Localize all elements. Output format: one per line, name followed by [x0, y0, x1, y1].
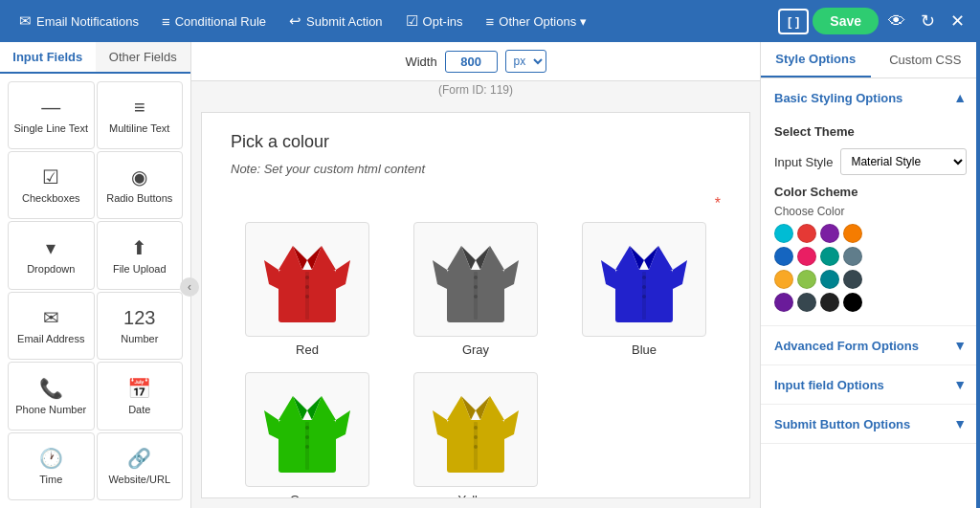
color-swatch-3-2[interactable] [820, 293, 839, 312]
tab-style-options[interactable]: Style Options [761, 42, 871, 77]
color-swatch-1-0[interactable] [774, 247, 793, 266]
sidebar-field-single-line-text[interactable]: —Single Line Text [8, 81, 95, 149]
svg-point-53 [474, 435, 478, 439]
color-swatch-2-2[interactable] [820, 270, 839, 289]
panel-tabs: Style Options Custom CSS [761, 42, 980, 78]
nav-email-notifications[interactable]: ✉ Email Notifications [10, 7, 148, 35]
svg-marker-12 [433, 260, 447, 289]
color-swatch-3-1[interactable] [797, 293, 816, 312]
field-icon-8: 📞 [39, 377, 63, 400]
color-swatch-0-0[interactable] [774, 224, 793, 243]
refresh-button[interactable]: ↻ [915, 7, 941, 35]
sidebar-tabs: Input Fields Other Fields [0, 42, 190, 74]
color-swatch-0-2[interactable] [820, 224, 839, 243]
sidebar-field-email-address[interactable]: ✉Email Address [8, 292, 95, 361]
input-field-header[interactable]: Input field Options ▼ [761, 365, 980, 404]
form-id: (Form ID: 119) [191, 81, 760, 102]
top-navigation: ✉ Email Notifications ≡ Conditional Rule… [0, 0, 980, 42]
color-scheme-title: Color Scheme [774, 185, 967, 199]
shirt-item-gray[interactable]: Gray [399, 222, 552, 357]
unit-select[interactable]: px % [505, 50, 546, 73]
shirt-box-yellow [413, 372, 538, 487]
color-swatch-0-3[interactable] [843, 224, 862, 243]
tab-custom-css[interactable]: Custom CSS [871, 42, 981, 77]
svg-point-8 [305, 276, 309, 279]
basic-styling-header[interactable]: Basic Styling Options ▲ [761, 78, 980, 117]
tab-other-fields[interactable]: Other Fields [96, 42, 191, 72]
color-swatch-1-3[interactable] [843, 247, 862, 266]
sidebar-field-multiline-text[interactable]: ≡Multiline Text [97, 81, 184, 149]
field-label-3: Radio Buttons [106, 192, 172, 204]
submit-button-header[interactable]: Submit Button Options ▼ [761, 405, 980, 443]
sidebar-field-phone-number[interactable]: 📞Phone Number [8, 362, 95, 431]
sidebar-field-website/url[interactable]: 🔗Website/URL [97, 432, 184, 501]
shirt-item-yellow[interactable]: Yellow [399, 372, 552, 498]
required-asterisk: * [231, 195, 721, 212]
color-swatch-0-1[interactable] [797, 224, 816, 243]
note-text: Note: Set your custom html content [231, 162, 721, 176]
color-swatch-2-0[interactable] [774, 270, 793, 289]
submit-button-arrow: ▼ [953, 416, 967, 431]
svg-point-20 [474, 285, 478, 289]
conditional-icon: ≡ [162, 13, 170, 30]
preview-button[interactable]: 👁 [882, 8, 911, 35]
input-style-select[interactable]: Material StyleClassic StyleFlat Style [840, 148, 967, 175]
sidebar-field-dropdown[interactable]: ▾Dropdown [8, 221, 95, 290]
collapse-handle[interactable]: ‹ [180, 277, 199, 297]
shirt-label-red: Red [296, 342, 319, 357]
sidebar-field-radio-buttons[interactable]: ◉Radio Buttons [97, 151, 184, 220]
color-swatch-3-3[interactable] [843, 293, 862, 312]
basic-styling-content: Select Theme Input Style Material StyleC… [761, 117, 980, 325]
input-field-arrow: ▼ [953, 377, 967, 392]
basic-styling-title: Basic Styling Options [774, 91, 902, 105]
sidebar-field-number[interactable]: 123Number [97, 292, 184, 361]
main-layout: Input Fields Other Fields —Single Line T… [0, 42, 980, 508]
canvas-content: Pick a colour Note: Set your custom html… [201, 112, 750, 498]
svg-marker-45 [433, 410, 447, 439]
select-theme-subtitle: Select Theme [774, 124, 967, 139]
bracket-button[interactable]: [ ] [778, 9, 809, 34]
canvas-toolbar: Width px % [191, 42, 760, 81]
color-swatch-1-2[interactable] [820, 247, 839, 266]
color-swatch-3-0[interactable] [774, 293, 793, 312]
field-icon-0: — [41, 97, 60, 119]
field-icon-1: ≡ [134, 97, 145, 119]
shirt-item-blue[interactable]: Blue [568, 222, 721, 357]
nav-conditional-rule[interactable]: ≡ Conditional Rule [152, 8, 276, 35]
field-label-1: Multiline Text [109, 122, 169, 134]
optins-icon: ☑ [406, 12, 418, 30]
svg-point-10 [305, 295, 309, 298]
color-swatch-1-1[interactable] [797, 247, 816, 266]
shirt-item-red[interactable]: Red [231, 222, 384, 357]
nav-optins[interactable]: ☑ Opt-ins [396, 7, 473, 35]
sidebar-field-file-upload[interactable]: ⬆File Upload [97, 221, 184, 290]
field-label-2: Checkboxes [22, 192, 80, 204]
swatch-row-2 [774, 270, 967, 289]
field-label-6: Email Address [17, 333, 84, 344]
swatch-row-3 [774, 293, 967, 312]
advanced-form-header[interactable]: Advanced Form Options ▼ [761, 326, 980, 364]
input-field-section: Input field Options ▼ [761, 365, 980, 405]
field-icon-6: ✉ [43, 306, 59, 329]
svg-marker-35 [336, 410, 350, 439]
field-label-4: Dropdown [27, 263, 75, 275]
sidebar-field-checkboxes[interactable]: ☑Checkboxes [8, 151, 95, 220]
field-icon-9: 📅 [127, 377, 151, 400]
shirt-item-green[interactable]: Green [231, 372, 384, 498]
sidebar-field-time[interactable]: 🕐Time [8, 432, 95, 501]
left-sidebar: Input Fields Other Fields —Single Line T… [0, 42, 191, 508]
svg-point-54 [474, 445, 478, 449]
width-label: Width [405, 55, 436, 69]
color-swatch-2-3[interactable] [843, 270, 862, 289]
save-button[interactable]: Save [813, 8, 879, 34]
tab-input-fields[interactable]: Input Fields [0, 42, 96, 74]
field-label-7: Number [121, 333, 158, 344]
nav-submit-action[interactable]: ↩ Submit Action [279, 7, 392, 35]
color-swatch-2-1[interactable] [797, 270, 816, 289]
nav-other-options[interactable]: ≡ Other Options ▾ [477, 8, 596, 35]
width-input[interactable] [445, 51, 498, 73]
svg-point-30 [642, 276, 646, 279]
close-button[interactable]: ✕ [945, 7, 970, 35]
sidebar-field-date[interactable]: 📅Date [97, 362, 184, 431]
svg-marker-24 [673, 260, 687, 289]
